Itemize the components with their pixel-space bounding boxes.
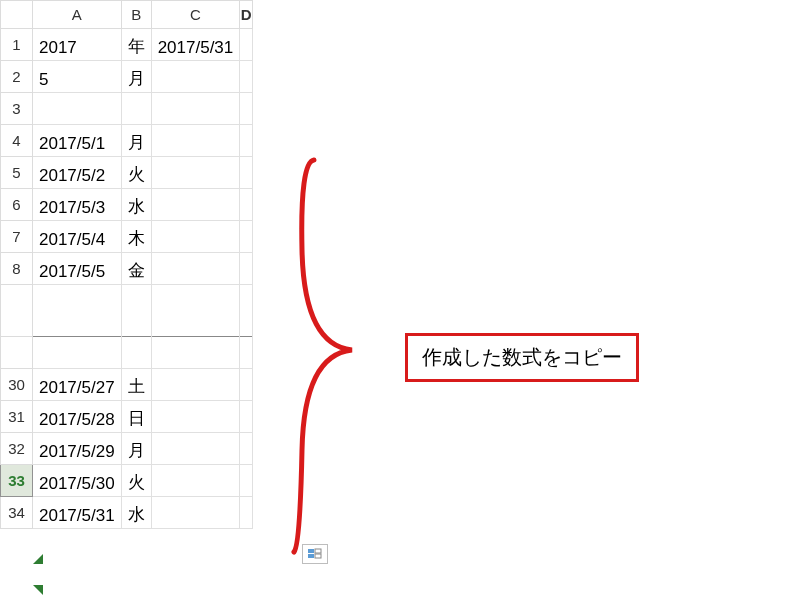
row-header[interactable]: 2 bbox=[1, 61, 33, 93]
row-header[interactable]: 32 bbox=[1, 433, 33, 465]
row-header[interactable]: 5 bbox=[1, 157, 33, 189]
cell-b33[interactable]: 火 bbox=[121, 465, 151, 497]
cell-a30[interactable]: 2017/5/27 bbox=[33, 369, 122, 401]
column-header-row: A B C D bbox=[1, 1, 253, 29]
cell-d34[interactable] bbox=[240, 497, 253, 529]
cell-d31[interactable] bbox=[240, 401, 253, 433]
cell-b3[interactable] bbox=[121, 93, 151, 125]
row-header[interactable]: 34 bbox=[1, 497, 33, 529]
row-hidden bbox=[1, 337, 33, 369]
svg-rect-1 bbox=[308, 554, 314, 558]
cell-c33[interactable] bbox=[151, 465, 240, 497]
cell-a31[interactable]: 2017/5/28 bbox=[33, 401, 122, 433]
row-header[interactable]: 7 bbox=[1, 221, 33, 253]
row-header[interactable]: 4 bbox=[1, 125, 33, 157]
svg-rect-2 bbox=[315, 549, 321, 553]
cell-d32[interactable] bbox=[240, 433, 253, 465]
row-header[interactable]: 3 bbox=[1, 93, 33, 125]
row-header-active[interactable]: 33 bbox=[1, 465, 33, 497]
row-header[interactable]: 1 bbox=[1, 29, 33, 61]
autofill-options-icon[interactable] bbox=[302, 544, 328, 564]
cell-b7[interactable]: 木 bbox=[121, 221, 151, 253]
annotation-text: 作成した数式をコピー bbox=[422, 346, 622, 368]
col-header-a[interactable]: A bbox=[33, 1, 122, 29]
cell-c31[interactable] bbox=[151, 401, 240, 433]
cell-c8[interactable] bbox=[151, 253, 240, 285]
cell-b4[interactable]: 月 bbox=[121, 125, 151, 157]
cell-c2[interactable] bbox=[151, 61, 240, 93]
cell-d4[interactable] bbox=[240, 125, 253, 157]
cell-b8[interactable]: 金 bbox=[121, 253, 151, 285]
cell-a7[interactable]: 2017/5/4 bbox=[33, 221, 122, 253]
cell-c34[interactable] bbox=[151, 497, 240, 529]
col-header-d[interactable]: D bbox=[240, 1, 253, 29]
cell-a32[interactable]: 2017/5/29 bbox=[33, 433, 122, 465]
col-header-b[interactable]: B bbox=[121, 1, 151, 29]
cell-b31[interactable]: 日 bbox=[121, 401, 151, 433]
cell-a5[interactable]: 2017/5/2 bbox=[33, 157, 122, 189]
select-all-corner[interactable] bbox=[1, 1, 33, 29]
cell-a6[interactable]: 2017/5/3 bbox=[33, 189, 122, 221]
cell-a2[interactable]: 5 bbox=[33, 61, 122, 93]
cell-c1[interactable]: 2017/5/31 bbox=[151, 29, 240, 61]
cell-b34[interactable]: 水 bbox=[121, 497, 151, 529]
cell-d5[interactable] bbox=[240, 157, 253, 189]
cell-b30[interactable]: 土 bbox=[121, 369, 151, 401]
svg-rect-0 bbox=[308, 549, 314, 553]
cell-b32[interactable]: 月 bbox=[121, 433, 151, 465]
col-header-c[interactable]: C bbox=[151, 1, 240, 29]
cell-a34[interactable]: 2017/5/31 bbox=[33, 497, 122, 529]
cell-c4[interactable] bbox=[151, 125, 240, 157]
cell-b5[interactable]: 火 bbox=[121, 157, 151, 189]
cell-b2[interactable]: 月 bbox=[121, 61, 151, 93]
cell-d3[interactable] bbox=[240, 93, 253, 125]
cell-a4[interactable]: 2017/5/1 bbox=[33, 125, 122, 157]
row-header[interactable]: 31 bbox=[1, 401, 33, 433]
cell-c32[interactable] bbox=[151, 433, 240, 465]
cell-d1[interactable] bbox=[240, 29, 253, 61]
spreadsheet-grid[interactable]: A B C D 1 2017 年 2017/5/31 2 5 月 3 4 201… bbox=[0, 0, 253, 529]
cell-c3[interactable] bbox=[151, 93, 240, 125]
cell-c30[interactable] bbox=[151, 369, 240, 401]
cell-a1[interactable]: 2017 bbox=[33, 29, 122, 61]
row-gap bbox=[1, 285, 33, 337]
cell-d7[interactable] bbox=[240, 221, 253, 253]
cell-a8[interactable]: 2017/5/5 bbox=[33, 253, 122, 285]
curly-brace-annotation bbox=[290, 150, 380, 570]
annotation-callout: 作成した数式をコピー bbox=[405, 333, 639, 382]
cell-c5[interactable] bbox=[151, 157, 240, 189]
cell-a33[interactable]: 2017/5/30 bbox=[33, 465, 122, 497]
cell-c6[interactable] bbox=[151, 189, 240, 221]
cell-b1[interactable]: 年 bbox=[121, 29, 151, 61]
error-indicator-icon[interactable] bbox=[33, 554, 43, 564]
row-header[interactable]: 30 bbox=[1, 369, 33, 401]
svg-rect-3 bbox=[315, 554, 321, 558]
cell-d33[interactable] bbox=[240, 465, 253, 497]
error-indicator-icon[interactable] bbox=[33, 585, 43, 595]
cell-a3[interactable] bbox=[33, 93, 122, 125]
cell-c7[interactable] bbox=[151, 221, 240, 253]
row-header[interactable]: 6 bbox=[1, 189, 33, 221]
cell-d2[interactable] bbox=[240, 61, 253, 93]
row-header[interactable]: 8 bbox=[1, 253, 33, 285]
cell-b6[interactable]: 水 bbox=[121, 189, 151, 221]
cell-d6[interactable] bbox=[240, 189, 253, 221]
cell-d30[interactable] bbox=[240, 369, 253, 401]
cell-d8[interactable] bbox=[240, 253, 253, 285]
